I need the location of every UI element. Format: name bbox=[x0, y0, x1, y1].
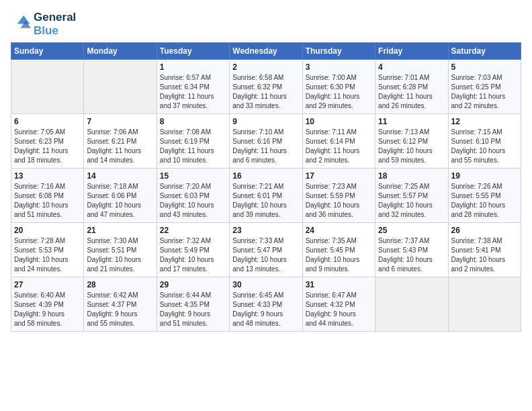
weekday-header: Monday bbox=[84, 43, 157, 60]
day-number: 21 bbox=[87, 226, 153, 235]
calendar-cell: 10Sunrise: 7:11 AM Sunset: 6:14 PM Dayli… bbox=[302, 114, 375, 169]
calendar-cell: 24Sunrise: 7:35 AM Sunset: 5:45 PM Dayli… bbox=[302, 223, 375, 277]
calendar-week-row: 13Sunrise: 7:16 AM Sunset: 6:08 PM Dayli… bbox=[11, 169, 521, 223]
logo-text-line1: General bbox=[34, 11, 76, 24]
day-number: 2 bbox=[232, 62, 299, 72]
calendar-cell: 7Sunrise: 7:06 AM Sunset: 6:21 PM Daylig… bbox=[84, 114, 157, 169]
calendar-week-row: 27Sunrise: 6:40 AM Sunset: 4:39 PM Dayli… bbox=[11, 277, 521, 332]
page: General Blue SundayMondayTuesdayWednesda… bbox=[0, 0, 532, 338]
calendar-cell: 22Sunrise: 7:32 AM Sunset: 5:49 PM Dayli… bbox=[157, 223, 229, 277]
day-number: 7 bbox=[87, 117, 153, 126]
day-number: 4 bbox=[378, 62, 445, 72]
calendar-cell: 12Sunrise: 7:15 AM Sunset: 6:10 PM Dayli… bbox=[448, 114, 521, 169]
logo: General Blue bbox=[11, 11, 76, 37]
cell-daylight-text: Sunrise: 7:23 AM Sunset: 5:59 PM Dayligh… bbox=[306, 182, 372, 220]
day-number: 26 bbox=[451, 226, 518, 235]
cell-daylight-text: Sunrise: 7:25 AM Sunset: 5:57 PM Dayligh… bbox=[378, 182, 445, 220]
day-number: 23 bbox=[232, 226, 299, 235]
logo-icon bbox=[12, 13, 31, 32]
cell-daylight-text: Sunrise: 7:10 AM Sunset: 6:16 PM Dayligh… bbox=[232, 128, 299, 165]
calendar-week-row: 1Sunrise: 6:57 AM Sunset: 6:34 PM Daylig… bbox=[11, 60, 521, 114]
cell-daylight-text: Sunrise: 7:08 AM Sunset: 6:19 PM Dayligh… bbox=[160, 128, 226, 165]
day-number: 14 bbox=[87, 171, 153, 181]
calendar-cell: 30Sunrise: 6:45 AM Sunset: 4:33 PM Dayli… bbox=[230, 277, 302, 332]
calendar-cell: 29Sunrise: 6:44 AM Sunset: 4:35 PM Dayli… bbox=[157, 277, 229, 332]
weekday-header: Thursday bbox=[302, 43, 375, 60]
weekday-header: Sunday bbox=[11, 43, 84, 60]
cell-daylight-text: Sunrise: 6:58 AM Sunset: 6:32 PM Dayligh… bbox=[232, 73, 299, 111]
cell-daylight-text: Sunrise: 7:35 AM Sunset: 5:45 PM Dayligh… bbox=[306, 236, 372, 274]
cell-daylight-text: Sunrise: 7:11 AM Sunset: 6:14 PM Dayligh… bbox=[306, 128, 372, 165]
cell-daylight-text: Sunrise: 7:01 AM Sunset: 6:28 PM Dayligh… bbox=[378, 73, 445, 111]
calendar-cell: 21Sunrise: 7:30 AM Sunset: 5:51 PM Dayli… bbox=[84, 223, 157, 277]
calendar-cell: 19Sunrise: 7:26 AM Sunset: 5:55 PM Dayli… bbox=[448, 169, 521, 223]
svg-marker-0 bbox=[17, 15, 30, 24]
day-number: 5 bbox=[451, 62, 518, 72]
day-number: 12 bbox=[451, 117, 518, 126]
cell-daylight-text: Sunrise: 6:40 AM Sunset: 4:39 PM Dayligh… bbox=[14, 291, 81, 328]
day-number: 15 bbox=[160, 171, 226, 181]
weekday-header: Wednesday bbox=[230, 43, 302, 60]
calendar-cell: 9Sunrise: 7:10 AM Sunset: 6:16 PM Daylig… bbox=[230, 114, 302, 169]
day-number: 11 bbox=[378, 117, 445, 126]
day-number: 16 bbox=[232, 171, 299, 181]
calendar-cell bbox=[84, 60, 157, 114]
calendar-cell: 27Sunrise: 6:40 AM Sunset: 4:39 PM Dayli… bbox=[11, 277, 84, 332]
calendar-week-row: 6Sunrise: 7:05 AM Sunset: 6:23 PM Daylig… bbox=[11, 114, 521, 169]
day-number: 18 bbox=[378, 171, 445, 181]
day-number: 31 bbox=[306, 280, 372, 289]
day-number: 19 bbox=[451, 171, 518, 181]
day-number: 8 bbox=[160, 117, 226, 126]
cell-daylight-text: Sunrise: 7:38 AM Sunset: 5:41 PM Dayligh… bbox=[451, 236, 518, 274]
calendar-cell: 28Sunrise: 6:42 AM Sunset: 4:37 PM Dayli… bbox=[84, 277, 157, 332]
calendar-cell: 13Sunrise: 7:16 AM Sunset: 6:08 PM Dayli… bbox=[11, 169, 84, 223]
cell-daylight-text: Sunrise: 7:30 AM Sunset: 5:51 PM Dayligh… bbox=[87, 236, 153, 274]
cell-daylight-text: Sunrise: 7:26 AM Sunset: 5:55 PM Dayligh… bbox=[451, 182, 518, 220]
cell-daylight-text: Sunrise: 6:44 AM Sunset: 4:35 PM Dayligh… bbox=[160, 291, 226, 328]
day-number: 6 bbox=[14, 117, 81, 126]
calendar-cell: 16Sunrise: 7:21 AM Sunset: 6:01 PM Dayli… bbox=[230, 169, 302, 223]
day-number: 1 bbox=[160, 62, 226, 72]
day-number: 9 bbox=[232, 117, 299, 126]
calendar-cell: 1Sunrise: 6:57 AM Sunset: 6:34 PM Daylig… bbox=[157, 60, 229, 114]
calendar-cell: 14Sunrise: 7:18 AM Sunset: 6:06 PM Dayli… bbox=[84, 169, 157, 223]
day-number: 29 bbox=[160, 280, 226, 289]
weekday-header: Friday bbox=[375, 43, 448, 60]
day-number: 20 bbox=[14, 226, 81, 235]
calendar-cell: 20Sunrise: 7:28 AM Sunset: 5:53 PM Dayli… bbox=[11, 223, 84, 277]
cell-daylight-text: Sunrise: 7:28 AM Sunset: 5:53 PM Dayligh… bbox=[14, 236, 81, 274]
cell-daylight-text: Sunrise: 7:37 AM Sunset: 5:43 PM Dayligh… bbox=[378, 236, 445, 274]
cell-daylight-text: Sunrise: 7:06 AM Sunset: 6:21 PM Dayligh… bbox=[87, 128, 153, 165]
logo-text-line2: Blue bbox=[34, 24, 76, 38]
day-number: 24 bbox=[306, 226, 372, 235]
cell-daylight-text: Sunrise: 7:00 AM Sunset: 6:30 PM Dayligh… bbox=[306, 73, 372, 111]
calendar-table: SundayMondayTuesdayWednesdayThursdayFrid… bbox=[11, 42, 521, 332]
cell-daylight-text: Sunrise: 7:21 AM Sunset: 6:01 PM Dayligh… bbox=[232, 182, 299, 220]
cell-daylight-text: Sunrise: 7:33 AM Sunset: 5:47 PM Dayligh… bbox=[232, 236, 299, 274]
calendar-cell: 26Sunrise: 7:38 AM Sunset: 5:41 PM Dayli… bbox=[448, 223, 521, 277]
calendar-cell: 2Sunrise: 6:58 AM Sunset: 6:32 PM Daylig… bbox=[230, 60, 302, 114]
calendar-cell: 25Sunrise: 7:37 AM Sunset: 5:43 PM Dayli… bbox=[375, 223, 448, 277]
day-number: 27 bbox=[14, 280, 81, 289]
header-row: SundayMondayTuesdayWednesdayThursdayFrid… bbox=[11, 43, 521, 60]
day-number: 25 bbox=[378, 226, 445, 235]
day-number: 17 bbox=[306, 171, 372, 181]
cell-daylight-text: Sunrise: 7:20 AM Sunset: 6:03 PM Dayligh… bbox=[160, 182, 226, 220]
cell-daylight-text: Sunrise: 7:15 AM Sunset: 6:10 PM Dayligh… bbox=[451, 128, 518, 165]
cell-daylight-text: Sunrise: 7:13 AM Sunset: 6:12 PM Dayligh… bbox=[378, 128, 445, 165]
calendar-cell: 15Sunrise: 7:20 AM Sunset: 6:03 PM Dayli… bbox=[157, 169, 229, 223]
calendar-cell: 23Sunrise: 7:33 AM Sunset: 5:47 PM Dayli… bbox=[230, 223, 302, 277]
cell-daylight-text: Sunrise: 6:42 AM Sunset: 4:37 PM Dayligh… bbox=[87, 291, 153, 328]
day-number: 3 bbox=[306, 62, 372, 72]
cell-daylight-text: Sunrise: 7:16 AM Sunset: 6:08 PM Dayligh… bbox=[14, 182, 81, 220]
calendar-cell bbox=[11, 60, 84, 114]
cell-daylight-text: Sunrise: 7:05 AM Sunset: 6:23 PM Dayligh… bbox=[14, 128, 81, 165]
cell-daylight-text: Sunrise: 7:03 AM Sunset: 6:25 PM Dayligh… bbox=[451, 73, 518, 111]
weekday-header: Tuesday bbox=[157, 43, 229, 60]
day-number: 30 bbox=[232, 280, 299, 289]
calendar-cell bbox=[448, 277, 521, 332]
calendar-cell bbox=[375, 277, 448, 332]
day-number: 13 bbox=[14, 171, 81, 181]
cell-daylight-text: Sunrise: 7:18 AM Sunset: 6:06 PM Dayligh… bbox=[87, 182, 153, 220]
calendar-cell: 17Sunrise: 7:23 AM Sunset: 5:59 PM Dayli… bbox=[302, 169, 375, 223]
